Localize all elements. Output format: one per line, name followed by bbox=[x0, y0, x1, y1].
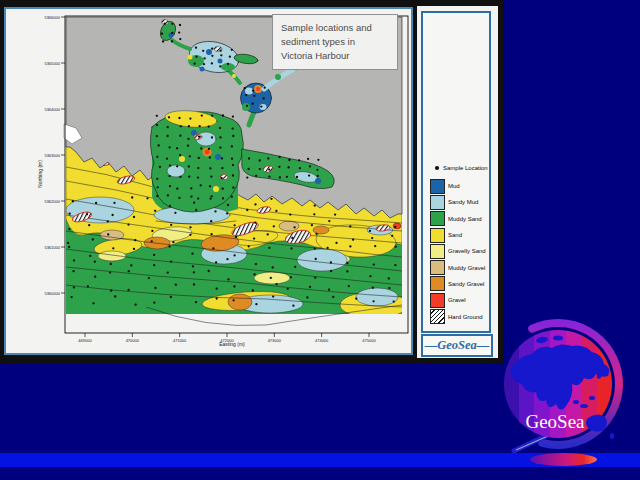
sample-location-dot bbox=[233, 254, 235, 256]
map-panel: 4690004700004710004720004730004740004750… bbox=[4, 7, 413, 355]
sample-location-dot bbox=[346, 262, 348, 264]
x-axis-title: Easting (m) bbox=[219, 341, 245, 347]
sample-location-dot bbox=[245, 94, 247, 96]
sample-location-dot bbox=[220, 54, 222, 56]
sample-location-dot bbox=[263, 97, 265, 99]
sample-location-dot bbox=[198, 157, 200, 159]
legend-item-gravel: Gravel bbox=[430, 292, 488, 308]
sample-location-dot bbox=[231, 158, 233, 160]
sample-location-dot bbox=[95, 202, 97, 204]
legend-swatch bbox=[430, 244, 445, 259]
y-axis-title: Northing (m) bbox=[37, 160, 43, 188]
sample-location-dot bbox=[232, 174, 234, 176]
sample-location-dot bbox=[247, 168, 249, 170]
sample-location-dot bbox=[373, 263, 375, 265]
sample-location-dot bbox=[201, 114, 203, 116]
sample-location-dot bbox=[298, 159, 300, 161]
legend-label: Muddy Gravel bbox=[448, 265, 485, 271]
sample-location-dot bbox=[107, 233, 109, 235]
sample-location-dot bbox=[151, 230, 153, 232]
sample-location-dot bbox=[193, 63, 195, 65]
sample-location-dot bbox=[233, 285, 235, 287]
sample-location-dot bbox=[299, 167, 301, 169]
sample-location-dot bbox=[255, 263, 257, 265]
sample-location-dot bbox=[252, 289, 254, 291]
svg-text:5361000: 5361000 bbox=[44, 245, 60, 250]
legend-swatch bbox=[430, 309, 445, 324]
sample-location-dot bbox=[109, 271, 111, 273]
sample-location-dot bbox=[394, 226, 396, 228]
sample-location-dot bbox=[268, 247, 270, 249]
sample-location-dot bbox=[316, 169, 318, 171]
sample-location-dot bbox=[130, 264, 132, 266]
sample-location-dot bbox=[199, 125, 201, 127]
sample-location-dot bbox=[391, 235, 393, 237]
sample-location-dot bbox=[221, 157, 223, 159]
sample-location-dot bbox=[211, 136, 213, 138]
sample-location-dot bbox=[193, 283, 195, 285]
sample-location-dot bbox=[222, 188, 224, 190]
sample-location-dot bbox=[210, 220, 212, 222]
sample-location-dot bbox=[290, 247, 292, 249]
sample-location-dot bbox=[219, 136, 221, 138]
sample-location-dot bbox=[188, 176, 190, 178]
sample-location-dot bbox=[268, 176, 270, 178]
sample-location-dot bbox=[203, 57, 205, 59]
sample-location-dot bbox=[211, 195, 213, 197]
sample-location-dot bbox=[153, 301, 155, 303]
legend-label: Sandy Gravel bbox=[448, 281, 484, 287]
legend-swatch bbox=[430, 211, 445, 226]
sample-location-dot bbox=[192, 265, 194, 267]
map-title-line: sediment types in bbox=[281, 35, 395, 49]
legend-swatch bbox=[430, 293, 445, 308]
sample-location-dot bbox=[248, 157, 250, 159]
sample-location-dot bbox=[127, 223, 129, 225]
sample-location-dot bbox=[293, 226, 295, 228]
sample-location-dot bbox=[219, 65, 221, 67]
sample-location-dot bbox=[272, 266, 274, 268]
sample-location-dot bbox=[72, 200, 74, 202]
sample-location-dot bbox=[309, 286, 311, 288]
sample-location-dot bbox=[210, 233, 212, 235]
sample-location-dot bbox=[211, 48, 213, 50]
sample-location-dot bbox=[369, 230, 371, 232]
sample-location-dot bbox=[296, 176, 298, 178]
sample-location-dot bbox=[168, 245, 170, 247]
sample-location-dot bbox=[156, 195, 158, 197]
sample-location-dot bbox=[158, 144, 160, 146]
sample-location-dot bbox=[171, 32, 173, 34]
sample-location-dot bbox=[198, 135, 200, 137]
sample-location-dot bbox=[170, 260, 172, 262]
sample-location-dot bbox=[195, 301, 197, 303]
sample-location-dot bbox=[195, 209, 197, 211]
sample-location-dot bbox=[314, 204, 316, 206]
sample-location-dot bbox=[355, 298, 357, 300]
sample-location-dot bbox=[208, 125, 210, 127]
sample-location-dot bbox=[292, 305, 294, 307]
svg-text:471000: 471000 bbox=[173, 338, 187, 343]
sample-location-dot bbox=[294, 266, 296, 268]
svg-text:5363000: 5363000 bbox=[44, 153, 60, 158]
sample-location-dot bbox=[287, 166, 289, 168]
sample-location-dot bbox=[187, 138, 189, 140]
sample-location-dot bbox=[131, 196, 133, 198]
sample-location-dot bbox=[374, 245, 376, 247]
sample-location-dot bbox=[255, 175, 257, 177]
sample-location-dot bbox=[170, 296, 172, 298]
sample-location-dot bbox=[188, 165, 190, 167]
sample-location-dot bbox=[210, 175, 212, 177]
sample-location-dot bbox=[227, 278, 229, 280]
sample-location-dot bbox=[332, 296, 334, 298]
legend-swatch bbox=[430, 179, 445, 194]
sample-location-dot bbox=[166, 135, 168, 137]
sample-location-dot bbox=[226, 258, 228, 260]
sample-location-dot bbox=[307, 158, 309, 160]
sample-location-dot bbox=[226, 212, 228, 214]
legend-item-hard-ground: Hard Ground bbox=[430, 308, 488, 324]
sample-location-dot bbox=[328, 220, 330, 222]
sample-location-dot-icon bbox=[435, 166, 439, 170]
sample-location-dot bbox=[92, 302, 94, 304]
sample-location-dot bbox=[156, 124, 158, 126]
sample-location-dot bbox=[326, 247, 328, 249]
sample-location-dot bbox=[178, 31, 180, 33]
